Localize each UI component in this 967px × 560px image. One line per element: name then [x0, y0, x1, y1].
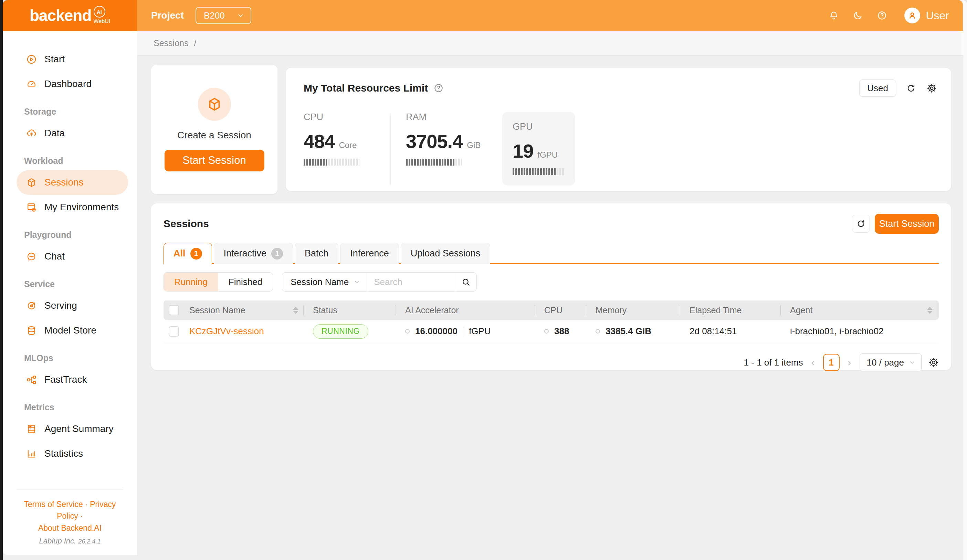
gear-icon[interactable]: [926, 82, 937, 94]
sidebar-item-agent-summary[interactable]: Agent Summary: [17, 417, 128, 441]
sessions-start-session-button[interactable]: Start Session: [875, 214, 939, 234]
sort-session-name[interactable]: [293, 307, 299, 314]
memory-cell: 3385.4 GiB: [606, 326, 651, 337]
create-session-card: Create a Session Start Session: [151, 65, 277, 194]
cpu-label: CPU: [304, 112, 390, 122]
sidebar-item-start[interactable]: Start: [17, 47, 128, 72]
tab-interactive[interactable]: Interactive 1: [214, 243, 293, 264]
about-backend-ai-link[interactable]: About Backend.AI: [38, 524, 102, 532]
filter-finished[interactable]: Finished: [218, 273, 273, 291]
sidebar-item-my-environments[interactable]: My Environments: [17, 195, 128, 220]
filter-running[interactable]: Running: [164, 273, 218, 291]
session-name-link[interactable]: KCzGJtVv-session: [189, 326, 264, 337]
status-segmented-control: Running Finished: [163, 272, 273, 292]
create-session-title: Create a Session: [177, 130, 251, 141]
table-row: KCzGJtVv-session RUNNING 16.000000 fGPU: [163, 320, 939, 343]
stat-divider: [390, 114, 391, 186]
refresh-icon: [856, 219, 866, 229]
logo[interactable]: backend AI WebUI: [3, 0, 137, 31]
company-name: Lablup Inc.: [39, 537, 76, 545]
session-cube-badge: [198, 88, 231, 121]
sidebar-item-serving[interactable]: Serving: [17, 293, 128, 318]
window-edge: [0, 0, 3, 560]
resources-panel-title: My Total Resources Limit: [304, 82, 428, 94]
search-category-select[interactable]: Session Name: [282, 277, 366, 287]
col-agent: Agent: [790, 305, 812, 315]
project-select[interactable]: B200: [196, 7, 251, 24]
table-header-row: Session Name Status AI Accelerator CPU M…: [163, 300, 939, 320]
used-toggle-button[interactable]: Used: [859, 79, 896, 97]
sidebar-item-sessions[interactable]: Sessions: [17, 170, 128, 195]
ram-value: 3705.4: [406, 130, 463, 153]
sidebar-item-model-store[interactable]: Model Store: [17, 318, 128, 343]
scrollbar-track[interactable]: [963, 0, 967, 560]
help-icon[interactable]: [877, 10, 887, 21]
sidebar-item-chat[interactable]: Chat: [17, 244, 128, 269]
col-ai-accelerator: AI Accelerator: [405, 305, 459, 315]
gpu-usage-bar: [513, 168, 565, 175]
select-all-checkbox[interactable]: [169, 305, 179, 315]
sessions-refresh-button[interactable]: [852, 215, 870, 233]
resource-dot-icon: [405, 329, 410, 334]
logo-text: backend: [30, 6, 92, 25]
session-type-tabs: All 1 Interactive 1 Batch Inference Uplo: [163, 243, 939, 264]
ram-stat: RAM 3705.4 GiB: [406, 112, 493, 166]
tab-batch[interactable]: Batch: [295, 243, 338, 264]
question-circle-icon[interactable]: [433, 83, 444, 93]
avatar: [904, 8, 920, 23]
search-icon: [461, 277, 470, 287]
project-select-value: B200: [204, 10, 225, 21]
chevron-down-icon: [353, 278, 360, 285]
sessions-table: Session Name Status AI Accelerator CPU M…: [163, 300, 939, 343]
gpu-value: 19: [513, 140, 533, 162]
terms-of-service-link[interactable]: Terms of Service: [24, 500, 83, 509]
breadcrumb-current[interactable]: Sessions: [153, 38, 188, 48]
sidebar-item-dashboard[interactable]: Dashboard: [17, 72, 128, 96]
sidebar-item-fasttrack[interactable]: FastTrack: [17, 367, 128, 392]
tab-upload-sessions[interactable]: Upload Sessions: [401, 243, 490, 264]
start-session-button[interactable]: Start Session: [165, 150, 264, 171]
col-session-name: Session Name: [189, 305, 246, 315]
page-size-select[interactable]: 10 / page: [860, 354, 922, 371]
agent-cell: i-brachio01, i-brachio02: [790, 326, 884, 337]
pipeline-flow-icon: [26, 374, 37, 385]
sort-agent[interactable]: [927, 307, 932, 314]
cpu-stat: CPU 484 Core: [304, 112, 390, 166]
col-status: Status: [313, 305, 337, 315]
cloud-upload-icon: [26, 128, 37, 139]
resource-dot-icon: [544, 329, 549, 334]
user-menu[interactable]: User: [904, 8, 949, 23]
logo-ai-badge: AI: [94, 6, 106, 18]
refresh-icon[interactable]: [905, 82, 917, 94]
main-content: Sessions / Create a Session Start Sessio…: [137, 31, 963, 560]
search-input[interactable]: [367, 277, 455, 287]
sidebar-item-data[interactable]: Data: [17, 121, 128, 146]
search-button[interactable]: [455, 273, 477, 291]
row-checkbox[interactable]: [169, 326, 179, 337]
pagination-summary: 1 - 1 of 1 items: [744, 357, 803, 368]
sessions-panel-title: Sessions: [163, 218, 209, 230]
prev-page-button[interactable]: ‹: [810, 357, 816, 368]
sidebar-group-workload: Workload: [17, 156, 128, 166]
sidebar-group-service: Service: [17, 279, 128, 289]
sidebar-item-statistics[interactable]: Statistics: [17, 441, 128, 466]
notifications-bell-icon[interactable]: [828, 10, 839, 21]
current-page-button[interactable]: 1: [823, 354, 840, 371]
tab-inference[interactable]: Inference: [340, 243, 399, 264]
sidebar-group-playground: Playground: [17, 230, 128, 240]
project-label: Project: [151, 10, 184, 21]
table-settings-gear-icon[interactable]: [929, 357, 939, 367]
next-page-button[interactable]: ›: [847, 357, 853, 368]
tab-all[interactable]: All 1: [163, 243, 212, 265]
dark-mode-moon-icon[interactable]: [853, 10, 863, 21]
cube-icon: [206, 96, 223, 112]
cube-icon: [26, 177, 37, 188]
version-number: 26.2.4.1: [78, 538, 101, 545]
dashboard-gauge-icon: [26, 79, 37, 89]
col-memory: Memory: [596, 305, 627, 315]
sidebar-group-mlops: MLOps: [17, 353, 128, 363]
pagination: 1 - 1 of 1 items ‹ 1 › 10 / page: [163, 354, 939, 371]
environments-icon: [26, 202, 37, 213]
sidebar-footer: Terms of Service · Privacy Policy · Abou…: [17, 489, 123, 546]
elapsed-time-cell: 2d 08:14:51: [690, 326, 737, 337]
